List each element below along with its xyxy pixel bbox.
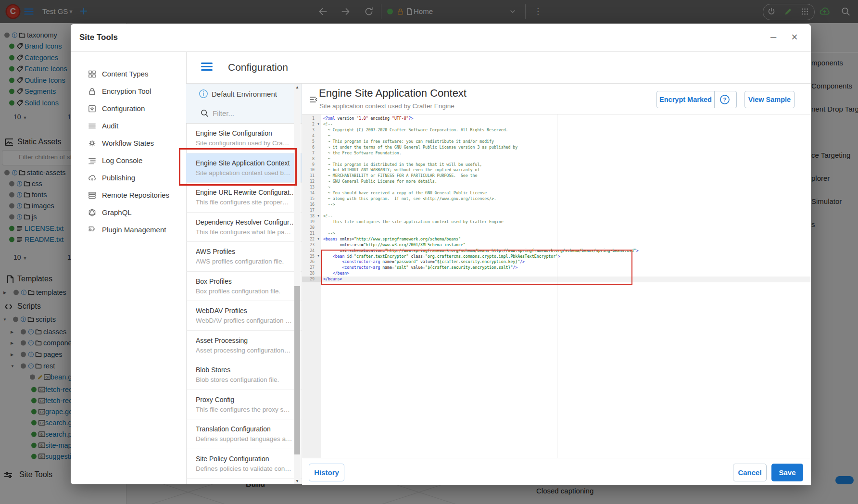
config-item-desc: Box profiles configuration file. — [196, 288, 293, 295]
config-item-site-policy-configuration[interactable]: Site Policy ConfigurationDefines policie… — [186, 449, 302, 479]
content-types-icon — [88, 70, 97, 79]
log-console-icon — [88, 156, 97, 165]
config-file-list: Default Environment Filter... Engine Sit… — [186, 84, 302, 484]
configuration-icon — [88, 104, 97, 113]
config-item-title: Proxy Config — [196, 396, 293, 403]
history-button[interactable]: History — [309, 464, 344, 481]
tools-nav-label: Workflow States — [102, 135, 154, 152]
dialog-title: Site Tools — [79, 33, 118, 42]
remote-repositories-icon — [88, 191, 97, 200]
tools-nav-workflow-states[interactable]: Workflow States — [71, 135, 186, 152]
graphql-icon — [88, 208, 97, 217]
code-editor[interactable]: 1234567891011121314151617181920212223242… — [302, 114, 811, 458]
config-file-title: Engine Site Application Context — [319, 87, 467, 100]
fold-arrow-icon[interactable]: ▾ — [315, 253, 321, 259]
tools-nav-label: Log Console — [102, 152, 142, 169]
list-scrollbar[interactable]: ▲ ▼ — [294, 84, 301, 484]
config-item-title: Site Policy Configuration — [196, 455, 293, 463]
tools-nav-label: Encryption Tool — [102, 83, 151, 100]
tools-nav-encryption-tool[interactable]: Encryption Tool — [71, 83, 186, 100]
site-tools-dialog: Site Tools – × Content TypesEncryption T… — [71, 24, 811, 484]
config-item-desc: Defines policies to validate con… — [196, 465, 293, 472]
scrollbar-thumb[interactable] — [294, 286, 300, 454]
close-button[interactable]: × — [788, 29, 801, 46]
tools-nav-plugin-management[interactable]: Plugin Management — [71, 221, 186, 239]
save-button[interactable]: Save — [771, 464, 803, 481]
config-item-desc: Asset processing configuration… — [196, 347, 293, 354]
tools-nav-label: Configuration — [102, 100, 145, 117]
fold-arrow-icon[interactable]: ▾ — [315, 214, 321, 219]
config-file-subtitle: Site application context used by Crafter… — [319, 102, 454, 110]
tools-nav-label: Publishing — [102, 169, 135, 187]
config-item-asset-processing[interactable]: Asset ProcessingAsset processing configu… — [186, 331, 302, 361]
svg-text:?: ? — [723, 97, 726, 102]
tools-nav-publishing[interactable]: Publishing — [71, 169, 186, 187]
filter-search-icon — [200, 109, 209, 118]
annotation-box-code — [321, 250, 632, 285]
tools-nav-label: Audit — [102, 117, 118, 135]
tools-nav-content-types[interactable]: Content Types — [71, 65, 186, 83]
scroll-down-icon[interactable]: ▼ — [295, 479, 299, 483]
config-item-translation-configuration[interactable]: Translation ConfigurationDefines support… — [186, 419, 302, 449]
info-icon[interactable] — [199, 89, 208, 99]
minimize-button[interactable]: – — [767, 29, 780, 46]
publishing-icon — [88, 174, 97, 183]
editor-footer: History Cancel Save — [302, 458, 811, 485]
plugin-management-icon — [88, 226, 97, 235]
tools-nav-log-console[interactable]: Log Console — [71, 152, 186, 169]
tools-nav-configuration[interactable]: Configuration — [71, 100, 186, 117]
tools-nav-label: Content Types — [102, 65, 148, 83]
config-item-desc: This file configures the proxy s… — [196, 406, 293, 413]
editor-gutter: 1234567891011121314151617181920212223242… — [302, 114, 321, 458]
config-item-desc: WebDAV profiles configuration … — [196, 317, 293, 324]
config-item-title: AWS Profiles — [196, 248, 293, 255]
config-item-desc: AWS profiles configuration file. — [196, 258, 293, 265]
config-item-box-profiles[interactable]: Box ProfilesBox profiles configuration f… — [186, 272, 302, 302]
scroll-up-icon[interactable]: ▲ — [295, 85, 299, 89]
print-margin-ruler — [557, 114, 557, 458]
collapse-panel-icon[interactable] — [309, 95, 318, 104]
view-sample-button[interactable]: View Sample — [744, 91, 795, 108]
fold-arrow-icon[interactable]: ▾ — [315, 122, 321, 127]
config-item-webdav-profiles[interactable]: WebDAV ProfilesWebDAV profiles configura… — [186, 301, 302, 331]
help-icon[interactable]: ? — [719, 94, 730, 105]
config-menu-icon[interactable] — [201, 63, 213, 72]
config-item-title: Blob Stores — [196, 366, 293, 374]
tools-nav-label: Remote Repositories — [102, 187, 169, 204]
config-page-title: Configuration — [228, 62, 288, 73]
config-item-dependency-resolver-configur[interactable]: Dependency Resolver Configur…This file c… — [186, 213, 302, 242]
annotation-box-list — [179, 148, 297, 186]
audit-icon — [88, 122, 97, 131]
config-item-desc: Defines supported languages a… — [196, 435, 293, 442]
fold-arrow-icon[interactable]: ▾ — [315, 237, 321, 242]
config-item-aws-profiles[interactable]: AWS ProfilesAWS profiles configuration f… — [186, 242, 302, 272]
config-item-title: Dependency Resolver Configur… — [196, 218, 293, 226]
environment-label: Default Environment — [212, 84, 277, 104]
cancel-button[interactable]: Cancel — [733, 464, 767, 481]
config-item-desc: Blob stores configuration file. — [196, 376, 293, 383]
config-item-blob-stores[interactable]: Blob StoresBlob stores configuration fil… — [186, 360, 302, 390]
config-filter-input[interactable]: Filter... — [213, 104, 234, 123]
tools-nav-label: Plugin Management — [102, 221, 166, 239]
config-item-title: Engine Site Configuration — [196, 129, 293, 137]
config-item-engine-url-rewrite-configurat[interactable]: Engine URL Rewrite Configurat…This file … — [186, 183, 302, 213]
config-item-desc: This file configures site proper… — [196, 199, 293, 206]
config-item-desc: Site configuration used by Cra… — [196, 139, 293, 147]
config-item-title: WebDAV Profiles — [196, 307, 293, 315]
config-item-title: Translation Configuration — [196, 425, 293, 433]
config-item-title: Engine URL Rewrite Configurat… — [196, 189, 293, 196]
encryption-tool-icon — [88, 87, 97, 96]
site-tools-nav: Content TypesEncryption ToolConfiguratio… — [71, 65, 186, 239]
config-item-title: Box Profiles — [196, 277, 293, 285]
tools-nav-remote-repositories[interactable]: Remote Repositories — [71, 187, 186, 204]
tools-nav-label: GraphQL — [102, 204, 132, 221]
tools-nav-graphql[interactable]: GraphQL — [71, 204, 186, 221]
tools-nav-audit[interactable]: Audit — [71, 117, 186, 135]
workflow-states-icon — [88, 139, 97, 148]
config-item-title: Asset Processing — [196, 337, 293, 344]
config-item-desc: This file configures what file pa… — [196, 228, 293, 236]
config-item-proxy-config[interactable]: Proxy ConfigThis file configures the pro… — [186, 390, 302, 420]
